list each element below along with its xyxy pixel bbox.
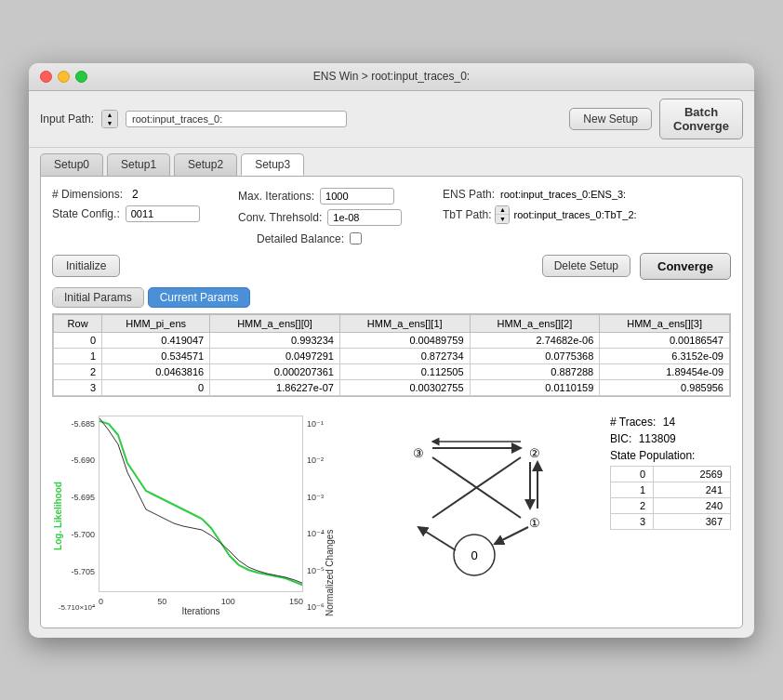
- y-tick-1: -5.690: [71, 456, 95, 465]
- max-iter-row: Max. Iterations:: [238, 188, 424, 205]
- title-bar: ENS Win > root:input_traces_0:: [29, 63, 754, 91]
- path-up-button[interactable]: ▲: [102, 111, 117, 119]
- tbt-stepper[interactable]: ▲ ▼: [495, 205, 510, 224]
- traces-label: # Traces:: [610, 416, 656, 429]
- state-pop-value: 2569: [654, 466, 731, 482]
- table-cell-1: 0.0463816: [102, 363, 210, 379]
- main-window: ENS Win > root:input_traces_0: Input Pat…: [29, 63, 754, 638]
- table-cell-1: 0.534571: [102, 348, 210, 363]
- col-header-a0: HMM_a_ens[][0]: [210, 314, 340, 332]
- max-iter-input[interactable]: [320, 188, 394, 205]
- traces-value: 14: [663, 416, 675, 429]
- state-pop-row: 02569: [611, 466, 731, 482]
- table-cell-3: 0.00489759: [339, 332, 470, 348]
- x-tick-0: 0: [99, 597, 103, 606]
- path-down-button[interactable]: ▼: [102, 119, 117, 127]
- conv-thresh-row: Conv. Threhsold:: [238, 209, 424, 226]
- table-cell-3: 0.112505: [339, 363, 470, 379]
- tbt-down-button[interactable]: ▼: [496, 215, 509, 223]
- state-pop-value: 240: [654, 497, 731, 513]
- input-path-display: root:input_traces_0:: [126, 111, 347, 127]
- table-row: 10.5345710.04972910.8727340.07753686.315…: [54, 348, 730, 363]
- table-row: 301.86227e-070.003027550.01101590.985956: [54, 379, 730, 395]
- x-tick-3: 150: [289, 597, 303, 606]
- table-cell-0: 3: [54, 379, 102, 395]
- close-button[interactable]: [40, 71, 52, 83]
- current-params-tab[interactable]: Current Params: [148, 287, 251, 308]
- zoom-button[interactable]: [75, 71, 87, 83]
- state-1-label: ①: [529, 516, 540, 530]
- state-config-input[interactable]: [126, 205, 200, 222]
- table-cell-2: 0.000207361: [210, 363, 340, 379]
- toolbar: Input Path: ▲ ▼ root:input_traces_0: New…: [29, 91, 754, 148]
- state-pop-row: 1241: [611, 482, 731, 497]
- state-diagram: 0 ② ③ ①: [350, 406, 599, 592]
- x-tick-2: 100: [221, 597, 235, 606]
- state-pop-state: 1: [611, 482, 654, 497]
- tbt-up-button[interactable]: ▲: [496, 206, 509, 215]
- converge-button[interactable]: Converge: [640, 253, 731, 280]
- right-y-ticks: 10⁻¹ 10⁻² 10⁻³ 10⁻⁴ 10⁻⁵ 10⁻⁶: [303, 416, 325, 616]
- chart-svg: [99, 416, 303, 592]
- conv-thresh-input[interactable]: [327, 209, 402, 226]
- state-0-label: 0: [471, 548, 477, 562]
- bottom-section: Log. Likelihood -5.685 -5.690 -5.695 -5.…: [52, 406, 731, 616]
- x-tick-1: 50: [157, 597, 166, 606]
- table-row: 00.4190470.9932340.004897592.74682e-060.…: [54, 332, 730, 348]
- r-tick-4: 10⁻⁵: [307, 566, 325, 575]
- main-panel: # Dimensions: 2 State Config.: Max. Iter…: [40, 176, 743, 628]
- tbt-path-row: TbT Path: ▲ ▼ root:input_traces_0:TbT_2:: [443, 205, 731, 224]
- r-tick-3: 10⁻⁴: [307, 529, 325, 538]
- x-axis-ticks: 0 50 100 150: [99, 595, 303, 606]
- initialize-button[interactable]: Initialize: [52, 255, 120, 277]
- table-cell-5: 0.985956: [600, 379, 730, 395]
- params-table-container: Row HMM_pi_ens HMM_a_ens[][0] HMM_a_ens[…: [52, 313, 731, 397]
- arrow-1-to-0: [495, 527, 528, 544]
- path-stepper[interactable]: ▲ ▼: [101, 110, 118, 128]
- table-cell-0: 2: [54, 363, 102, 379]
- bic-value: 113809: [639, 432, 676, 445]
- initial-params-tab[interactable]: Initial Params: [52, 287, 144, 308]
- col-header-pi: HMM_pi_ens: [102, 314, 210, 332]
- table-cell-0: 0: [54, 332, 102, 348]
- ens-path-row: ENS Path: root:input_traces_0:ENS_3:: [443, 188, 731, 201]
- batch-converge-button[interactable]: Batch Converge: [659, 99, 743, 139]
- normalized-changes-label: Normalized Changes: [325, 416, 338, 616]
- state-config-row: State Config.:: [52, 205, 219, 222]
- tab-setup3[interactable]: Setup3: [241, 153, 304, 176]
- delete-setup-button[interactable]: Delete Setup: [542, 255, 630, 277]
- minimize-button[interactable]: [58, 71, 70, 83]
- detailed-balance-label: Detailed Balance:: [257, 232, 344, 245]
- tbt-path-value: root:input_traces_0:TbT_2:: [513, 209, 636, 220]
- table-cell-2: 1.86227e-07: [210, 379, 340, 395]
- dimensions-label: # Dimensions:: [52, 188, 123, 201]
- state-pop-table: 02569124122403367: [610, 466, 731, 530]
- detailed-balance-checkbox[interactable]: [350, 232, 362, 244]
- state-3-label: ③: [413, 446, 424, 460]
- ens-path-value: root:input_traces_0:ENS_3:: [500, 189, 626, 200]
- col-header-a2: HMM_a_ens[][2]: [470, 314, 600, 332]
- table-cell-5: 6.3152e-09: [600, 348, 730, 363]
- tab-setup2[interactable]: Setup2: [174, 153, 237, 176]
- state-pop-state: 3: [611, 513, 654, 529]
- table-cell-4: 0.0775368: [470, 348, 600, 363]
- state-pop-value: 367: [654, 513, 731, 529]
- new-setup-button[interactable]: New Setup: [569, 108, 652, 130]
- y-tick-5: -5.710×10⁴: [59, 603, 95, 612]
- tab-setup0[interactable]: Setup0: [40, 153, 103, 176]
- stats-panel: # Traces: 14 BIC: 113809 State Populatio…: [610, 416, 731, 530]
- r-tick-0: 10⁻¹: [307, 419, 324, 429]
- state-pop-state: 0: [611, 466, 654, 482]
- window-title: ENS Win > root:input_traces_0:: [313, 70, 470, 83]
- table-row: 20.04638160.0002073610.1125050.8872881.8…: [54, 363, 730, 379]
- col-header-a3: HMM_a_ens[][3]: [600, 314, 730, 332]
- arrow-0-left: [418, 527, 456, 550]
- bic-label: BIC:: [610, 432, 631, 445]
- dimensions-value: 2: [132, 188, 139, 201]
- table-cell-4: 2.74682e-06: [470, 332, 600, 348]
- tab-setup1[interactable]: Setup1: [107, 153, 170, 176]
- state-config-label: State Config.:: [52, 207, 120, 220]
- params-tabs: Initial Params Current Params: [52, 287, 731, 308]
- state-pop-state: 2: [611, 497, 654, 513]
- y-axis-label: Log. Likelihood: [53, 482, 63, 550]
